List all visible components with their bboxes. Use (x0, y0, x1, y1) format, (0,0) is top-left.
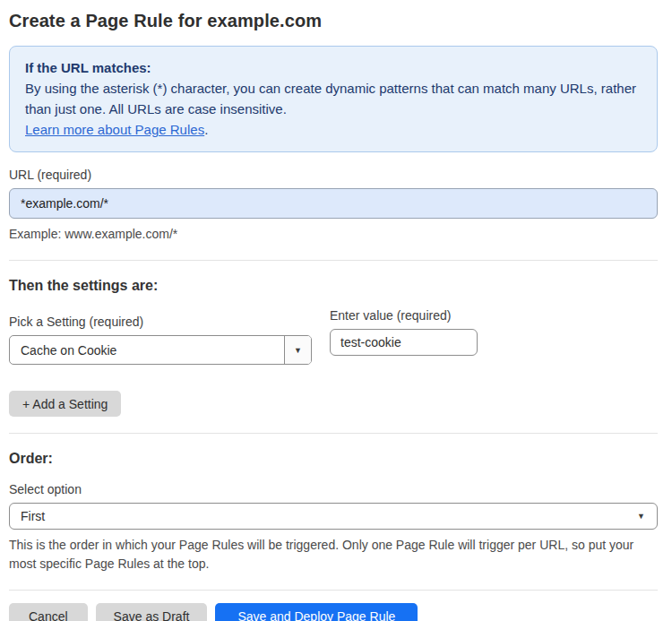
page-title: Create a Page Rule for example.com (9, 11, 658, 31)
order-select-value: First (21, 509, 45, 523)
form-actions: Cancel Save as Draft Save and Deploy Pag… (9, 603, 658, 621)
add-setting-button[interactable]: + Add a Setting (9, 391, 121, 417)
url-example-text: Example: www.example.com/* (9, 225, 658, 244)
value-column: Enter value (required) (330, 299, 478, 356)
url-match-info-box: If the URL matches: By using the asteris… (9, 46, 658, 152)
info-box-body: By using the asterisk (*) character, you… (25, 78, 642, 119)
url-label: URL (required) (9, 168, 658, 182)
save-as-draft-button[interactable]: Save as Draft (96, 603, 208, 621)
order-helper-text: This is the order in which your Page Rul… (9, 536, 658, 574)
link-suffix: . (204, 122, 208, 137)
settings-row: Pick a Setting (required) Cache on Cooki… (9, 299, 658, 365)
settings-heading: Then the settings are: (9, 278, 658, 294)
learn-more-link[interactable]: Learn more about Page Rules (25, 122, 204, 137)
order-select[interactable]: First ▼ (9, 503, 658, 530)
setting-dropdown[interactable]: Cache on Cookie ▼ (9, 335, 312, 365)
chevron-down-icon: ▼ (294, 346, 302, 355)
pick-setting-label: Pick a Setting (required) (9, 315, 312, 329)
url-input[interactable] (9, 188, 658, 219)
setting-value-input[interactable] (330, 329, 478, 356)
select-option-label: Select option (9, 482, 658, 496)
divider (9, 433, 658, 434)
divider (9, 590, 658, 591)
enter-value-label: Enter value (required) (330, 308, 478, 323)
create-page-rule-form: Create a Page Rule for example.com If th… (0, 0, 667, 621)
save-and-deploy-button[interactable]: Save and Deploy Page Rule (215, 603, 418, 621)
setting-dropdown-arrow-button[interactable]: ▼ (284, 336, 311, 364)
divider (9, 260, 658, 261)
chevron-down-icon: ▼ (637, 512, 645, 521)
setting-column: Pick a Setting (required) Cache on Cooki… (9, 299, 312, 365)
cancel-button[interactable]: Cancel (9, 603, 88, 621)
info-box-heading: If the URL matches: (25, 57, 642, 78)
order-heading: Order: (9, 451, 658, 467)
setting-dropdown-value: Cache on Cookie (10, 336, 284, 364)
info-box-link-line: Learn more about Page Rules. (25, 119, 642, 140)
